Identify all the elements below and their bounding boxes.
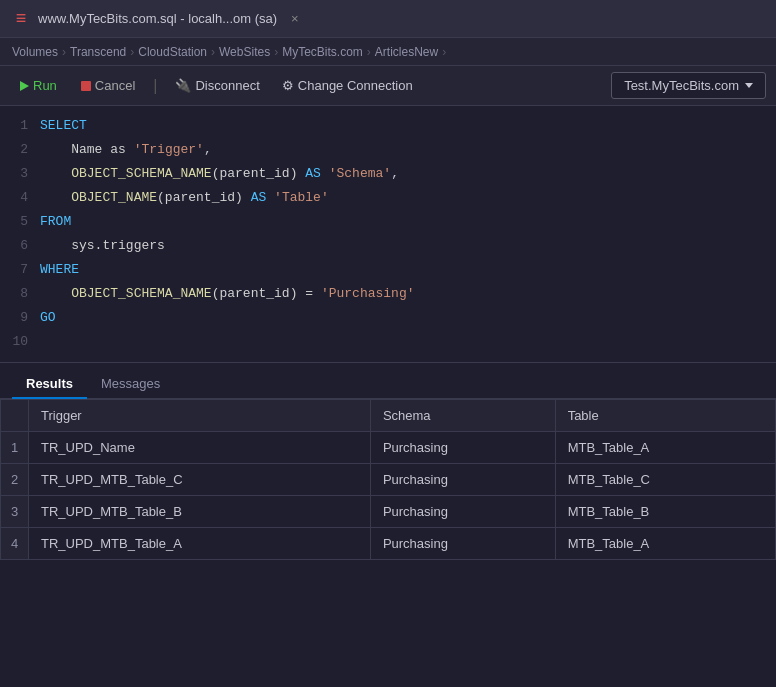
- connection-dropdown[interactable]: Test.MyTecBits.com: [611, 72, 766, 99]
- app-icon: ≡: [12, 10, 30, 28]
- breadcrumb-sep: ›: [130, 45, 134, 59]
- line-num-5: 5: [0, 210, 40, 234]
- breadcrumb-sep: ›: [367, 45, 371, 59]
- code-content-6: sys.triggers: [40, 234, 165, 258]
- tab-messages[interactable]: Messages: [87, 370, 174, 399]
- breadcrumb-item-cloudstation[interactable]: CloudStation: [138, 45, 207, 59]
- cell-schema: Purchasing: [370, 432, 555, 464]
- disconnect-button[interactable]: 🔌 Disconnect: [167, 74, 267, 97]
- line-num-10: 10: [0, 330, 40, 354]
- disconnect-icon: 🔌: [175, 78, 191, 93]
- code-line-10: 10: [0, 330, 776, 354]
- toolbar: Run Cancel | 🔌 Disconnect ⚙ Change Conne…: [0, 66, 776, 106]
- code-line-5: 5 FROM: [0, 210, 776, 234]
- table-row: 3 TR_UPD_MTB_Table_B Purchasing MTB_Tabl…: [1, 496, 776, 528]
- row-num: 4: [1, 528, 29, 560]
- breadcrumb-item-transcend[interactable]: Transcend: [70, 45, 126, 59]
- code-line-6: 6 sys.triggers: [0, 234, 776, 258]
- breadcrumb-sep: ›: [62, 45, 66, 59]
- breadcrumb-item-articlesnew[interactable]: ArticlesNew: [375, 45, 438, 59]
- cell-trigger: TR_UPD_MTB_Table_B: [29, 496, 371, 528]
- cell-trigger: TR_UPD_MTB_Table_A: [29, 528, 371, 560]
- line-num-4: 4: [0, 186, 40, 210]
- chevron-down-icon: [745, 83, 753, 88]
- cell-schema: Purchasing: [370, 528, 555, 560]
- breadcrumb-sep: ›: [211, 45, 215, 59]
- toolbar-separator: |: [153, 77, 157, 95]
- code-content-5: FROM: [40, 210, 71, 234]
- cell-schema: Purchasing: [370, 464, 555, 496]
- code-line-7: 7 WHERE: [0, 258, 776, 282]
- results-panel: Results Messages Trigger Schema Table 1 …: [0, 363, 776, 560]
- row-num: 1: [1, 432, 29, 464]
- line-num-8: 8: [0, 282, 40, 306]
- cell-trigger: TR_UPD_MTB_Table_C: [29, 464, 371, 496]
- line-num-1: 1: [0, 114, 40, 138]
- code-content-4: OBJECT_NAME(parent_id) AS 'Table': [40, 186, 329, 210]
- breadcrumb-item-websites[interactable]: WebSites: [219, 45, 270, 59]
- table-row: 1 TR_UPD_Name Purchasing MTB_Table_A: [1, 432, 776, 464]
- code-line-1: 1 SELECT: [0, 114, 776, 138]
- code-line-8: 8 OBJECT_SCHEMA_NAME(parent_id) = 'Purch…: [0, 282, 776, 306]
- col-header-trigger: Trigger: [29, 400, 371, 432]
- cell-table: MTB_Table_A: [555, 528, 775, 560]
- code-line-4: 4 OBJECT_NAME(parent_id) AS 'Table': [0, 186, 776, 210]
- cell-trigger: TR_UPD_Name: [29, 432, 371, 464]
- cancel-icon: [81, 81, 91, 91]
- code-content-3: OBJECT_SCHEMA_NAME(parent_id) AS 'Schema…: [40, 162, 399, 186]
- table-row: 4 TR_UPD_MTB_Table_A Purchasing MTB_Tabl…: [1, 528, 776, 560]
- col-header-table: Table: [555, 400, 775, 432]
- code-content-1: SELECT: [40, 114, 87, 138]
- cell-schema: Purchasing: [370, 496, 555, 528]
- results-table-wrap: Trigger Schema Table 1 TR_UPD_Name Purch…: [0, 399, 776, 560]
- col-header-schema: Schema: [370, 400, 555, 432]
- table-row: 2 TR_UPD_MTB_Table_C Purchasing MTB_Tabl…: [1, 464, 776, 496]
- code-content-9: GO: [40, 306, 56, 330]
- breadcrumb-sep: ›: [274, 45, 278, 59]
- code-editor[interactable]: 1 SELECT 2 Name as 'Trigger', 3 OBJECT_S…: [0, 106, 776, 363]
- code-content-8: OBJECT_SCHEMA_NAME(parent_id) = 'Purchas…: [40, 282, 415, 306]
- results-table: Trigger Schema Table 1 TR_UPD_Name Purch…: [0, 399, 776, 560]
- cancel-button[interactable]: Cancel: [73, 74, 143, 97]
- row-num: 2: [1, 464, 29, 496]
- title-bar: ≡ www.MyTecBits.com.sql - localh...om (s…: [0, 0, 776, 38]
- line-num-3: 3: [0, 162, 40, 186]
- tabs-bar: Results Messages: [0, 363, 776, 399]
- row-num: 3: [1, 496, 29, 528]
- code-line-9: 9 GO: [0, 306, 776, 330]
- line-num-2: 2: [0, 138, 40, 162]
- code-content-2: Name as 'Trigger',: [40, 138, 212, 162]
- cell-table: MTB_Table_C: [555, 464, 775, 496]
- code-content-7: WHERE: [40, 258, 79, 282]
- run-icon: [20, 81, 29, 91]
- code-line-2: 2 Name as 'Trigger',: [0, 138, 776, 162]
- connection-label: Test.MyTecBits.com: [624, 78, 739, 93]
- run-button[interactable]: Run: [10, 74, 67, 97]
- breadcrumb-sep: ›: [442, 45, 446, 59]
- line-num-9: 9: [0, 306, 40, 330]
- close-button[interactable]: ×: [291, 11, 299, 26]
- col-header-num: [1, 400, 29, 432]
- change-connection-button[interactable]: ⚙ Change Connection: [274, 74, 421, 97]
- line-num-6: 6: [0, 234, 40, 258]
- breadcrumb: Volumes › Transcend › CloudStation › Web…: [0, 38, 776, 66]
- cell-table: MTB_Table_A: [555, 432, 775, 464]
- breadcrumb-item-mytecbits[interactable]: MyTecBits.com: [282, 45, 363, 59]
- tab-results[interactable]: Results: [12, 370, 87, 399]
- change-connection-icon: ⚙: [282, 78, 294, 93]
- line-num-7: 7: [0, 258, 40, 282]
- cell-table: MTB_Table_B: [555, 496, 775, 528]
- code-line-3: 3 OBJECT_SCHEMA_NAME(parent_id) AS 'Sche…: [0, 162, 776, 186]
- window-title: www.MyTecBits.com.sql - localh...om (sa): [38, 11, 277, 26]
- breadcrumb-item-volumes[interactable]: Volumes: [12, 45, 58, 59]
